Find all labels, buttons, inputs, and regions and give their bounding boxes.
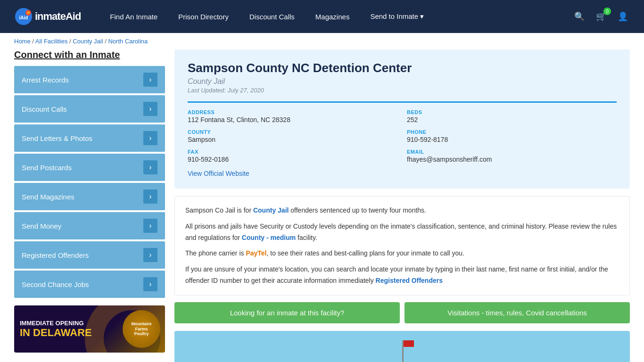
nav-prison-directory[interactable]: Prison Directory (168, 0, 239, 33)
action-buttons: Looking for an inmate at this facility? … (174, 302, 630, 323)
arrow-icon: › (143, 131, 157, 145)
logo-text: inmateAid (35, 10, 81, 23)
nav-discount-calls[interactable]: Discount Calls (239, 0, 305, 33)
ad-logo-text: MountaireFarmsPoultry (131, 321, 151, 337)
breadcrumb-county-jail[interactable]: County Jail (73, 38, 103, 45)
sidebar-item-label: Send Money (22, 222, 61, 230)
ad-banner[interactable]: IMMEDIATE OPENING IN DELAWARE MountaireF… (14, 305, 165, 353)
sidebar-item-label: Registered Offenders (22, 251, 89, 259)
sidebar-item-send-postcards[interactable]: Send Postcards › (14, 154, 165, 181)
breadcrumb-all-facilities[interactable]: All Facilities (35, 38, 68, 45)
sidebar-menu: Arrest Records › Discount Calls › Send L… (14, 66, 165, 298)
county-jail-link[interactable]: County Jail (253, 206, 289, 214)
looking-for-inmate-button[interactable]: Looking for an inmate at this facility? (174, 302, 400, 323)
address-label: ADDRESS (188, 109, 397, 115)
sidebar-item-label: Discount Calls (22, 105, 67, 113)
beds-cell: BEDS 252 (407, 109, 617, 123)
arrow-icon: › (143, 219, 157, 233)
info-grid: ADDRESS 112 Fontana St, Clinton, NC 2832… (188, 101, 617, 163)
sidebar: Connect with an Inmate Arrest Records › … (14, 49, 165, 362)
flag (404, 340, 414, 347)
facility-type: County Jail (188, 77, 617, 86)
facility-content: Sampson County NC Detention Center Count… (174, 49, 630, 362)
sidebar-item-registered-offenders[interactable]: Registered Offenders › (14, 241, 165, 269)
desc-p4: If you are unsure of your inmate's locat… (185, 264, 619, 287)
ad-immediate-text: IMMEDIATE OPENING (20, 320, 92, 327)
main-nav: Find An Inmate Prison Directory Discount… (99, 0, 572, 33)
sidebar-item-arrest-records[interactable]: Arrest Records › (14, 66, 165, 93)
arrow-icon: › (143, 102, 157, 116)
search-button[interactable]: 🔍 (572, 9, 586, 24)
phone-cell: PHONE 910-592-8178 (407, 129, 617, 143)
fax-value: 910-592-0186 (188, 156, 397, 163)
sidebar-item-discount-calls[interactable]: Discount Calls › (14, 95, 165, 123)
ad-text-block: IMMEDIATE OPENING IN DELAWARE (20, 320, 92, 339)
sidebar-item-second-chance-jobs[interactable]: Second Chance Jobs › (14, 271, 165, 298)
sidebar-item-label: Send Postcards (22, 164, 72, 172)
county-medium-link[interactable]: County - medium (242, 234, 296, 241)
user-button[interactable]: 👤 (616, 9, 630, 24)
main-content: Connect with an Inmate Arrest Records › … (0, 49, 644, 362)
fax-label: FAX (188, 149, 397, 155)
cart-badge: 0 (603, 8, 611, 15)
phone-label: PHONE (407, 129, 617, 135)
arrow-icon: › (143, 189, 157, 204)
beds-value: 252 (407, 116, 617, 123)
nav-magazines[interactable]: Magazines (305, 0, 360, 33)
breadcrumb: Home / All Facilities / County Jail / No… (0, 33, 644, 49)
arrow-icon: › (143, 248, 157, 262)
email-value: fhayes@sampsonsheriff.com (407, 156, 617, 163)
header-icons: 🔍 🛒 0 👤 (572, 9, 630, 24)
sidebar-item-send-letters[interactable]: Send Letters & Photos › (14, 124, 165, 152)
facility-photo (174, 331, 630, 362)
county-value: Sampson (188, 136, 397, 143)
search-icon: 🔍 (574, 12, 585, 21)
fax-cell: FAX 910-592-0186 (188, 149, 397, 163)
email-label: EMAIL (407, 149, 617, 155)
arrow-icon: › (143, 277, 157, 291)
desc-p2: All prisons and jails have Security or C… (185, 221, 619, 244)
sidebar-item-label: Send Letters & Photos (22, 134, 92, 142)
phone-value: 910-592-8178 (407, 136, 617, 143)
sidebar-item-label: Send Magazines (22, 193, 74, 201)
logo[interactable]: iAid inmateAid (14, 7, 81, 26)
svg-point-3 (27, 11, 30, 14)
official-website-link[interactable]: View Official Website (188, 170, 249, 177)
svg-text:iAid: iAid (19, 15, 28, 20)
sidebar-title: Connect with an Inmate (14, 49, 165, 60)
ad-delaware-text: IN DELAWARE (20, 327, 92, 339)
facility-updated: Last Updated: July 27, 2020 (188, 87, 617, 94)
nav-find-inmate[interactable]: Find An Inmate (99, 0, 168, 33)
email-cell: EMAIL fhayes@sampsonsheriff.com (407, 149, 617, 163)
breadcrumb-home[interactable]: Home (14, 38, 31, 45)
address-value: 112 Fontana St, Clinton, NC 28328 (188, 116, 397, 123)
sidebar-item-send-magazines[interactable]: Send Magazines › (14, 183, 165, 210)
facility-card: Sampson County NC Detention Center Count… (174, 49, 630, 189)
paytel-link[interactable]: PayTel (246, 249, 266, 257)
desc-p3: The phone carrier is PayTel, to see thei… (185, 248, 619, 259)
cart-button[interactable]: 🛒 0 (594, 9, 608, 24)
facility-name: Sampson County NC Detention Center (188, 61, 617, 75)
user-icon: 👤 (618, 12, 628, 21)
beds-label: BEDS (407, 109, 617, 115)
arrow-icon: › (143, 73, 157, 87)
county-cell: COUNTY Sampson (188, 129, 397, 143)
address-cell: ADDRESS 112 Fontana St, Clinton, NC 2832… (188, 109, 397, 123)
breadcrumb-north-carolina[interactable]: North Carolina (108, 38, 148, 45)
header: iAid inmateAid Find An Inmate Prison Dir… (0, 0, 644, 33)
nav-send-to-inmate[interactable]: Send to Inmate ▾ (360, 0, 434, 33)
arrow-icon: › (143, 160, 157, 174)
facility-description: Sampson Co Jail is for County Jail offen… (174, 196, 630, 296)
visitations-button[interactable]: Visitations - times, rules, Covid cancel… (405, 302, 630, 323)
sidebar-item-send-money[interactable]: Send Money › (14, 212, 165, 239)
logo-icon: iAid (14, 7, 33, 26)
ad-logo-circle: MountaireFarmsPoultry (123, 310, 160, 348)
sidebar-item-label: Second Chance Jobs (22, 280, 89, 288)
county-label: COUNTY (188, 129, 397, 135)
registered-offenders-link[interactable]: Registered Offenders (376, 277, 443, 284)
desc-p1: Sampson Co Jail is for County Jail offen… (185, 205, 619, 216)
sidebar-item-label: Arrest Records (22, 76, 69, 84)
